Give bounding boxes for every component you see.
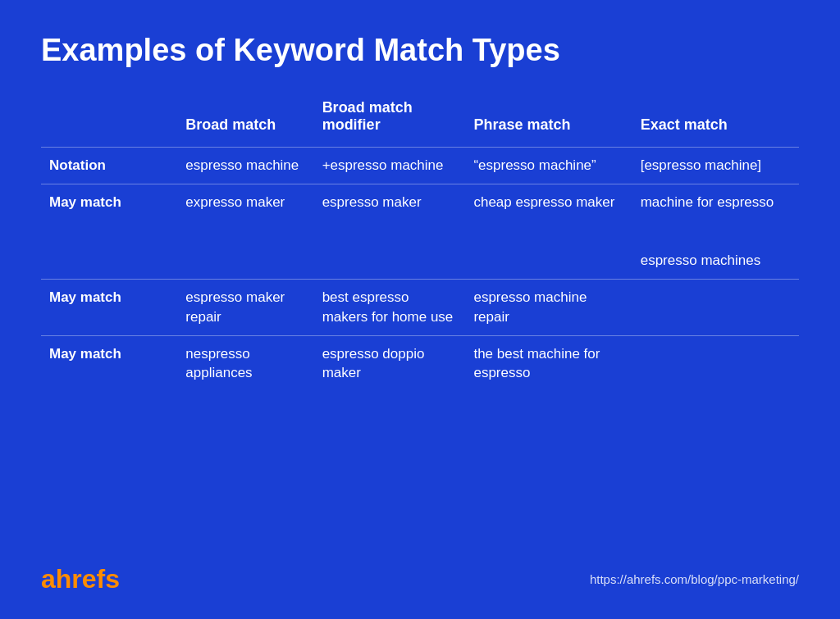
table-row: May matchnespresso appliancesespresso do… bbox=[41, 336, 799, 392]
table-row: Notationespresso machine+espresso machin… bbox=[41, 148, 799, 184]
cell-0-phrase: “espresso machine” bbox=[465, 148, 632, 184]
cell-1-broad_modifier: espresso maker bbox=[314, 184, 466, 279]
cell-2-label: May match bbox=[41, 280, 177, 335]
page-title: Examples of Keyword Match Types bbox=[41, 33, 799, 68]
cell-1-label: May match bbox=[41, 184, 177, 279]
col-header-broad-modifier: Broad match modifier bbox=[314, 93, 466, 147]
keyword-match-table: Broad match Broad match modifier Phrase … bbox=[41, 93, 799, 391]
cell-3-exact bbox=[632, 336, 799, 392]
footer: ahrefs https://ahrefs.com/blog/ppc-marke… bbox=[41, 564, 799, 594]
logo-a: a bbox=[41, 564, 56, 594]
cell-2-broad_modifier: best espresso makers for home use bbox=[314, 280, 466, 335]
cell-2-phrase: espresso machine repair bbox=[465, 280, 632, 335]
cell-3-label: May match bbox=[41, 336, 177, 392]
col-header-exact: Exact match bbox=[632, 93, 799, 147]
cell-0-label: Notation bbox=[41, 148, 177, 184]
cell-3-broad: nespresso appliances bbox=[177, 336, 313, 392]
cell-1-broad: expresso maker bbox=[177, 184, 313, 279]
table-wrapper: Broad match Broad match modifier Phrase … bbox=[41, 93, 799, 548]
cell-0-broad: espresso machine bbox=[177, 148, 313, 184]
logo: ahrefs bbox=[41, 564, 120, 594]
footer-url: https://ahrefs.com/blog/ppc-marketing/ bbox=[590, 572, 799, 586]
cell-0-broad_modifier: +espresso machine bbox=[314, 148, 466, 184]
table-row: May matchexpresso makerespresso makerche… bbox=[41, 184, 799, 279]
cell-2-broad: espresso maker repair bbox=[177, 280, 313, 335]
cell-0-exact: [espresso machine] bbox=[632, 148, 799, 184]
logo-rest: hrefs bbox=[56, 564, 120, 594]
cell-3-phrase: the best machine for espresso bbox=[465, 336, 632, 392]
table-row: May matchespresso maker repairbest espre… bbox=[41, 280, 799, 335]
cell-2-exact bbox=[632, 280, 799, 335]
main-container: Examples of Keyword Match Types Broad ma… bbox=[0, 0, 840, 619]
col-header-phrase: Phrase match bbox=[465, 93, 632, 147]
col-header-broad: Broad match bbox=[177, 93, 313, 147]
cell-3-broad_modifier: espresso doppio maker bbox=[314, 336, 466, 392]
cell-1-phrase: cheap espresso maker bbox=[465, 184, 632, 279]
cell-1-exact: machine for espressoespresso machines bbox=[632, 184, 799, 279]
col-header-label bbox=[41, 93, 177, 147]
